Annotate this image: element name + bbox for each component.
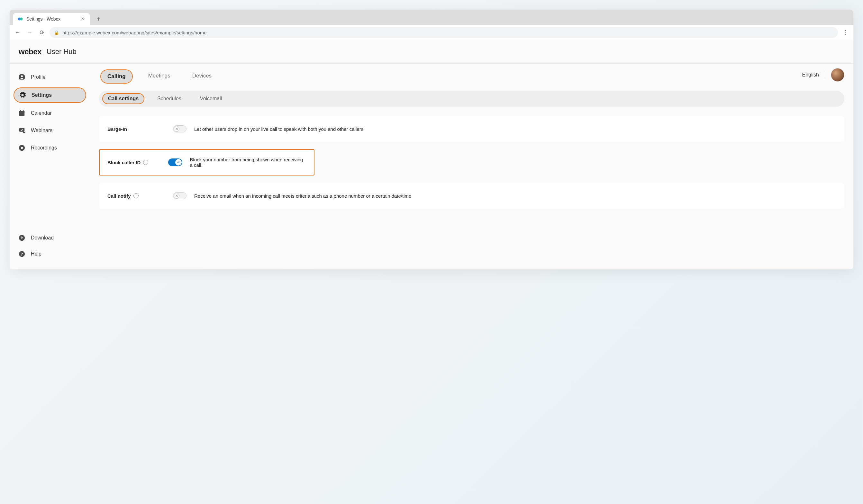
info-icon[interactable]: i — [143, 160, 148, 165]
sidebar-item-calendar[interactable]: Calendar — [13, 106, 86, 120]
app-header: webex User Hub — [10, 40, 853, 64]
sidebar-item-label: Webinars — [31, 128, 52, 134]
back-button[interactable]: ← — [13, 28, 22, 37]
svg-point-1 — [20, 18, 23, 21]
svg-point-10 — [24, 132, 25, 134]
svg-text:?: ? — [21, 252, 23, 256]
tab-meetings[interactable]: Meetings — [142, 70, 177, 84]
content-area: English Calling Meetings Devices Call se… — [90, 64, 853, 269]
avatar[interactable] — [831, 68, 845, 81]
subtab-voicemail[interactable]: Voicemail — [194, 93, 228, 104]
app-layout: Profile Settings Calendar — [10, 64, 853, 269]
subtab-schedules[interactable]: Schedules — [151, 93, 187, 104]
call-notify-toggle[interactable]: ✕ — [173, 192, 187, 199]
divider — [825, 71, 825, 79]
top-meta: English — [802, 68, 845, 81]
svg-rect-7 — [23, 110, 24, 112]
sidebar-item-help[interactable]: ? Help — [13, 247, 86, 261]
sidebar-item-settings[interactable]: Settings — [13, 87, 86, 103]
setting-barge-in: Barge-In ✕ Let other users drop in on yo… — [99, 116, 845, 142]
browser-tab-title: Settings - Webex — [26, 16, 76, 22]
setting-description: Block your number from being shown when … — [190, 157, 306, 168]
url-text: https://example.webex.com/webappng/sites… — [62, 30, 207, 35]
sidebar-item-label: Settings — [32, 92, 52, 98]
product-name: User Hub — [47, 48, 76, 56]
subtab-call-settings[interactable]: Call settings — [102, 93, 145, 104]
setting-block-caller-id: Block caller ID i ✓ Block your number fr… — [99, 149, 314, 176]
sidebar-item-webinars[interactable]: Webinars — [13, 123, 86, 138]
toggle-knob-on-icon: ✓ — [175, 159, 182, 165]
sidebar-item-download[interactable]: Download — [13, 231, 86, 245]
browser-menu-icon[interactable]: ⋮ — [841, 28, 850, 37]
download-icon — [18, 234, 26, 242]
webex-logo: webex — [18, 47, 41, 56]
close-tab-icon[interactable]: × — [80, 16, 86, 22]
sidebar-item-label: Recordings — [31, 145, 57, 151]
setting-label-text: Barge-In — [108, 126, 127, 132]
help-icon: ? — [18, 250, 26, 258]
browser-toolbar: ← → ⟳ 🔒 https://example.webex.com/webapp… — [10, 25, 853, 40]
sub-tabs: Call settings Schedules Voicemail — [99, 91, 845, 107]
address-bar[interactable]: 🔒 https://example.webex.com/webappng/sit… — [50, 27, 838, 38]
calendar-icon — [18, 109, 26, 117]
forward-button[interactable]: → — [25, 28, 34, 37]
browser-window: Settings - Webex × + ← → ⟳ 🔒 https://exa… — [10, 10, 853, 269]
setting-description: Receive an email when an incoming call m… — [194, 193, 411, 199]
setting-description: Let other users drop in on your live cal… — [194, 126, 365, 132]
setting-call-notify: Call notify i ✕ Receive an email when an… — [99, 182, 845, 209]
sidebar-item-label: Download — [31, 235, 54, 241]
lock-icon: 🔒 — [54, 30, 59, 35]
person-icon — [18, 73, 26, 81]
sidebar-item-label: Profile — [31, 74, 45, 80]
setting-label-text: Call notify — [108, 193, 131, 199]
sidebar-item-profile[interactable]: Profile — [13, 70, 86, 84]
toggle-knob-off-icon: ✕ — [174, 126, 179, 132]
info-icon[interactable]: i — [134, 193, 139, 198]
block-caller-id-toggle[interactable]: ✓ — [168, 159, 182, 166]
webex-favicon-icon — [17, 16, 23, 22]
svg-rect-6 — [20, 110, 21, 112]
reload-button[interactable]: ⟳ — [37, 28, 46, 37]
svg-point-12 — [21, 147, 23, 149]
gear-icon — [18, 91, 26, 99]
presentation-icon — [18, 127, 26, 134]
tab-devices[interactable]: Devices — [186, 70, 218, 84]
tab-calling[interactable]: Calling — [100, 70, 133, 84]
barge-in-toggle[interactable]: ✕ — [173, 125, 187, 133]
sidebar-item-label: Calendar — [31, 110, 52, 116]
setting-label: Block caller ID i — [108, 160, 161, 165]
browser-tab-strip: Settings - Webex × + — [10, 10, 853, 25]
sidebar-item-label: Help — [31, 251, 41, 257]
language-selector[interactable]: English — [802, 72, 819, 78]
new-tab-button[interactable]: + — [93, 14, 103, 24]
sidebar: Profile Settings Calendar — [10, 64, 90, 269]
browser-tab[interactable]: Settings - Webex × — [13, 13, 90, 25]
primary-tabs: Calling Meetings Devices — [99, 70, 845, 84]
svg-point-3 — [21, 75, 23, 77]
record-icon — [18, 144, 26, 152]
svg-rect-5 — [19, 111, 25, 113]
setting-label-text: Block caller ID — [108, 160, 140, 165]
setting-label: Barge-In — [108, 126, 165, 132]
setting-label: Call notify i — [108, 193, 165, 199]
sidebar-item-recordings[interactable]: Recordings — [13, 141, 86, 155]
toggle-knob-off-icon: ✕ — [174, 193, 179, 199]
